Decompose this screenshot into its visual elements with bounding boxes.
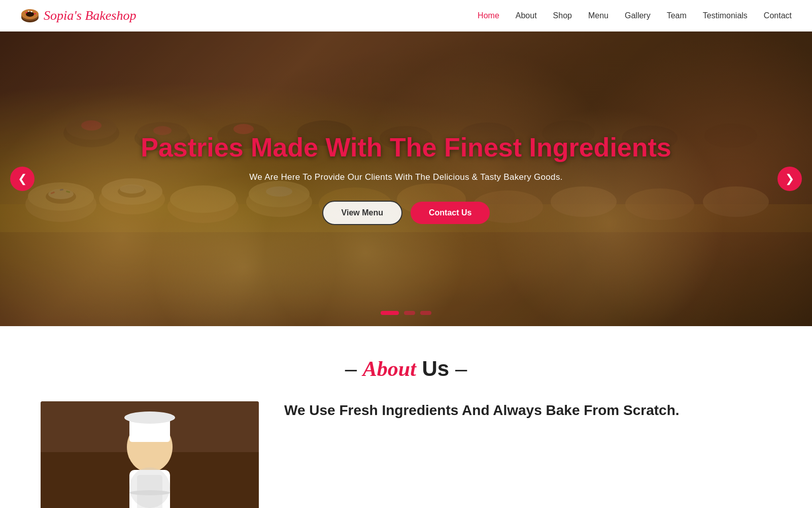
svg-point-54 [129, 490, 170, 495]
svg-point-13 [46, 189, 76, 204]
svg-rect-52 [129, 470, 170, 508]
about-heading: – About Us – [41, 357, 771, 381]
about-plain-word: Us [422, 357, 450, 380]
slider-dots [381, 311, 431, 315]
about-heading-text: – About Us – [345, 357, 467, 380]
hero-title: Pastries Made With The Finest Ingredient… [141, 133, 671, 163]
svg-rect-53 [137, 475, 162, 508]
view-menu-button[interactable]: View Menu [322, 201, 402, 225]
svg-point-38 [81, 120, 101, 131]
svg-point-28 [66, 116, 117, 140]
hero-subtitle: We Are Here To Provide Our Clients With … [141, 172, 671, 182]
slider-dot-3[interactable] [420, 311, 431, 315]
slider-dot-2[interactable] [404, 311, 415, 315]
navbar: Sopia's Bakeshop Home About Shop Menu Ga… [0, 0, 812, 31]
hero-buttons: View Menu Contact Us [141, 201, 671, 225]
contact-us-button[interactable]: Contact Us [411, 202, 490, 224]
slider-next-button[interactable]: ❯ [777, 167, 802, 191]
svg-point-26 [703, 186, 769, 217]
nav-home[interactable]: Home [478, 11, 499, 20]
hero-section: Pastries Made With The Finest Ingredient… [0, 31, 812, 326]
svg-point-12 [28, 182, 94, 211]
about-content: We Use Fresh Ingredients And Always Bake… [41, 401, 771, 508]
baker-illustration [41, 401, 259, 508]
about-cursive-word: About [363, 357, 416, 380]
svg-rect-46 [60, 188, 63, 190]
svg-point-37 [704, 123, 757, 148]
nav-about[interactable]: About [516, 11, 537, 20]
svg-rect-45 [66, 190, 71, 193]
hero-background: Pastries Made With The Finest Ingredient… [0, 31, 812, 326]
chevron-left-icon: ❮ [18, 172, 27, 185]
nav-gallery[interactable]: Gallery [625, 11, 651, 20]
svg-point-11 [25, 186, 96, 222]
about-body-heading: We Use Fresh Ingredients And Always Bake… [284, 401, 680, 420]
logo[interactable]: Sopia's Bakeshop [20, 6, 136, 25]
chevron-right-icon: ❯ [785, 172, 794, 185]
nav-links: Home About Shop Menu Gallery Team Testim… [478, 11, 792, 20]
svg-rect-44 [51, 192, 55, 195]
logo-donut-icon [20, 6, 40, 25]
about-text: We Use Fresh Ingredients And Always Bake… [284, 401, 680, 420]
brand-name: Sopia's Bakeshop [44, 8, 136, 23]
slider-dot-1[interactable] [381, 311, 399, 315]
svg-point-41 [48, 189, 74, 199]
nav-team[interactable]: Team [667, 11, 687, 20]
about-dash-left: – [345, 357, 357, 380]
about-image [41, 401, 259, 508]
hero-content: Pastries Made With The Finest Ingredient… [110, 133, 702, 225]
nav-menu[interactable]: Menu [588, 11, 608, 20]
svg-point-51 [124, 411, 175, 424]
about-section: – About Us – [0, 326, 812, 508]
about-dash-right: – [455, 357, 467, 380]
nav-testimonials[interactable]: Testimonials [703, 11, 748, 20]
nav-contact[interactable]: Contact [764, 11, 792, 20]
slider-prev-button[interactable]: ❮ [10, 167, 35, 191]
nav-shop[interactable]: Shop [553, 11, 572, 20]
